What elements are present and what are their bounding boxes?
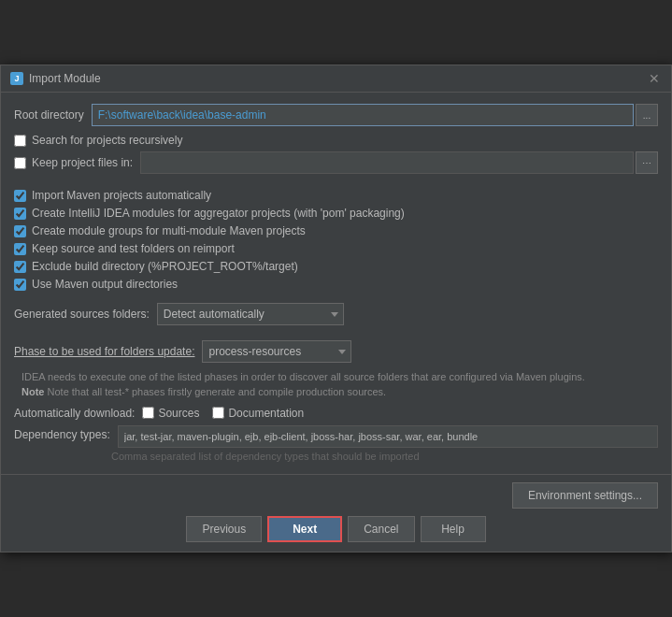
documentation-label: Documentation xyxy=(228,407,304,420)
titlebar-left: J Import Module xyxy=(10,72,101,85)
keep-project-files-input[interactable] xyxy=(140,151,634,174)
search-recursively-checkbox[interactable] xyxy=(14,135,26,147)
keep-source-folders-label: Keep source and test folders on reimport xyxy=(32,242,235,255)
generated-sources-select[interactable]: Detect automatically Generated sources r… xyxy=(157,303,344,325)
phase-row: Phase to be used for folders update: pro… xyxy=(14,340,658,363)
next-button[interactable]: Next xyxy=(267,516,342,542)
phase-info-block: IDEA needs to execute one of the listed … xyxy=(14,370,658,399)
dependency-hint-text: Comma separated list of dependency types… xyxy=(111,451,420,462)
keep-project-files-browse[interactable]: ⋯ xyxy=(636,151,658,174)
create-intellij-checkbox[interactable] xyxy=(14,208,26,220)
sources-checkbox[interactable] xyxy=(142,407,154,419)
exclude-build-row: Exclude build directory (%PROJECT_ROOT%/… xyxy=(14,260,658,273)
dialog-content: Root directory ... Search for projects r… xyxy=(1,93,671,474)
phase-label: Phase to be used for folders update: xyxy=(14,345,194,358)
create-intellij-row: Create IntelliJ IDEA modules for aggrega… xyxy=(14,207,658,220)
dependency-types-row: Dependency types: xyxy=(14,425,658,448)
import-module-dialog: J Import Module ✕ Root directory ... Sea… xyxy=(0,65,672,552)
titlebar: J Import Module ✕ xyxy=(1,65,671,93)
use-maven-output-label: Use Maven output directories xyxy=(32,278,178,291)
help-button[interactable]: Help xyxy=(421,516,486,542)
dependency-types-input[interactable] xyxy=(118,425,658,448)
create-module-groups-checkbox[interactable] xyxy=(14,225,26,237)
browse-button[interactable]: ... xyxy=(636,104,658,126)
previous-button[interactable]: Previous xyxy=(186,516,262,542)
root-directory-input[interactable] xyxy=(92,104,634,126)
phase-info-text: IDEA needs to execute one of the listed … xyxy=(21,371,585,382)
auto-download-label: Automatically download: xyxy=(14,407,135,420)
phase-note-text: Note Note that all test-* phases firstly… xyxy=(21,386,386,397)
exclude-build-label: Exclude build directory (%PROJECT_ROOT%/… xyxy=(32,260,298,273)
dialog-title: Import Module xyxy=(29,72,101,85)
keep-project-files-row: Keep project files in: ⋯ xyxy=(14,151,658,174)
auto-download-row: Automatically download: Sources Document… xyxy=(14,407,658,420)
dialog-icon: J xyxy=(10,72,23,85)
keep-project-files-checkbox[interactable] xyxy=(14,157,26,169)
generated-sources-row: Generated sources folders: Detect automa… xyxy=(14,303,658,325)
dependency-types-label: Dependency types: xyxy=(14,428,110,441)
sources-label: Sources xyxy=(158,407,199,420)
close-button[interactable]: ✕ xyxy=(647,71,662,86)
generated-sources-label: Generated sources folders: xyxy=(14,308,150,321)
use-maven-output-row: Use Maven output directories xyxy=(14,278,658,291)
phase-select[interactable]: process-resources generate-sources gener… xyxy=(202,340,351,363)
import-maven-row: Import Maven projects automatically xyxy=(14,189,658,202)
use-maven-output-checkbox[interactable] xyxy=(14,279,26,291)
root-directory-row: Root directory ... xyxy=(14,104,658,126)
create-module-groups-row: Create module groups for multi-module Ma… xyxy=(14,224,658,237)
dialog-footer: Environment settings... Previous Next Ca… xyxy=(1,474,671,552)
dependency-hint-wrapper: Comma separated list of dependency types… xyxy=(14,450,658,463)
exclude-build-checkbox[interactable] xyxy=(14,261,26,273)
keep-project-files-label: Keep project files in: xyxy=(32,156,133,169)
cancel-button[interactable]: Cancel xyxy=(348,516,414,542)
keep-source-folders-checkbox[interactable] xyxy=(14,243,26,255)
import-maven-checkbox[interactable] xyxy=(14,190,26,202)
create-intellij-label: Create IntelliJ IDEA modules for aggrega… xyxy=(32,207,405,220)
documentation-checkbox[interactable] xyxy=(212,407,224,419)
footer-bottom: Previous Next Cancel Help xyxy=(14,516,658,542)
keep-source-folders-row: Keep source and test folders on reimport xyxy=(14,242,658,255)
root-directory-label: Root directory xyxy=(14,108,84,122)
import-maven-label: Import Maven projects automatically xyxy=(32,189,211,202)
footer-top: Environment settings... xyxy=(14,482,658,509)
env-settings-button[interactable]: Environment settings... xyxy=(512,482,658,509)
create-module-groups-label: Create module groups for multi-module Ma… xyxy=(32,224,306,237)
search-recursively-row: Search for projects recursively xyxy=(14,134,658,147)
search-recursively-label: Search for projects recursively xyxy=(32,134,182,147)
